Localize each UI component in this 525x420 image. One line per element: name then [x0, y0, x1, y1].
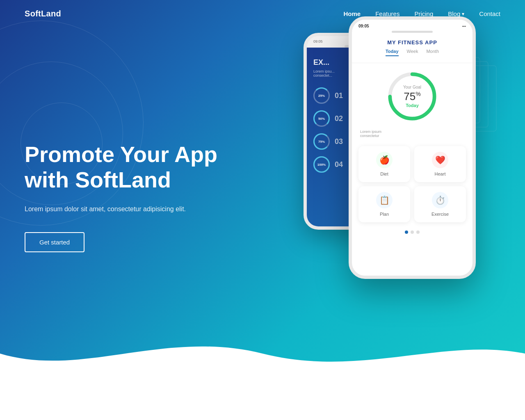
goal-inner: Your Goal 75% Today	[403, 85, 421, 108]
plan-label: Plan	[380, 212, 389, 217]
exercise-icon: ⏱️	[432, 192, 448, 208]
phones-container: 09:05 ▪▪▪ EX... Lorem ipsu... consectet.…	[304, 0, 509, 369]
progress-circle-25: 25%	[313, 87, 330, 104]
dot-2[interactable]	[411, 231, 414, 234]
progress-circle-50: 50%	[313, 110, 330, 127]
get-started-button[interactable]: Get started	[25, 232, 84, 252]
phone-tabs: Today Week Month	[352, 46, 472, 59]
nav-blog-label: Blog	[448, 10, 460, 17]
app-card-heart[interactable]: ❤️ Heart	[414, 146, 466, 182]
dot-1[interactable]	[405, 231, 408, 234]
app-card-plan[interactable]: 📋 Plan	[358, 186, 410, 222]
navbar: SoftLand Home Features Pricing Blog ▾ Co…	[0, 0, 525, 27]
app-card-diet[interactable]: 🍎 Diet	[358, 146, 410, 182]
dot-3[interactable]	[416, 231, 420, 234]
hero-subtitle: Lorem ipsum dolor sit amet, consectetur …	[25, 204, 217, 215]
phone-front-notch	[392, 31, 433, 33]
hero-content: Promote Your App with SoftLand Lorem ips…	[0, 142, 242, 253]
goal-section: Your Goal 75% Today	[352, 63, 472, 130]
phone-front: 09:05 ▪▪▪ MY FITNESS APP Today Week Mont…	[349, 16, 476, 279]
diet-label: Diet	[380, 171, 388, 176]
progress-circle-75: 75%	[313, 133, 330, 150]
heart-label: Heart	[435, 171, 446, 176]
progress-circle-100: 100%	[313, 156, 330, 173]
tab-month[interactable]: Month	[426, 49, 439, 56]
goal-today: Today	[403, 103, 421, 108]
nav-contact[interactable]: Contact	[479, 10, 500, 17]
app-card-exercise[interactable]: ⏱️ Exercise	[414, 186, 466, 222]
phone-app-title: MY FITNESS APP	[352, 39, 472, 46]
app-grid: 🍎 Diet ❤️ Heart 📋 Plan ⏱️ Exercise	[352, 143, 472, 227]
phone-app-header: MY FITNESS APP Today Week Month	[352, 35, 472, 63]
goal-label: Your Goal	[403, 85, 421, 89]
hero-section: Promote Your App with SoftLand Lorem ips…	[0, 0, 525, 369]
nav-links: Home Features Pricing Blog ▾ Contact	[344, 10, 500, 17]
exercise-label: Exercise	[431, 212, 449, 217]
goal-percentage: 75%	[403, 90, 421, 103]
tab-week[interactable]: Week	[407, 49, 418, 56]
heart-icon: ❤️	[432, 152, 448, 168]
phone-desc: Lorem ipsum consectetur	[352, 130, 472, 141]
chevron-down-icon: ▾	[462, 11, 464, 17]
plan-icon: 📋	[376, 192, 393, 208]
phone-dots	[352, 227, 472, 239]
goal-ring: Your Goal 75% Today	[386, 70, 439, 123]
hero-title: Promote Your App with SoftLand	[25, 142, 217, 192]
nav-features[interactable]: Features	[375, 10, 399, 17]
nav-pricing[interactable]: Pricing	[414, 10, 433, 17]
nav-home[interactable]: Home	[344, 10, 361, 17]
brand-logo[interactable]: SoftLand	[25, 9, 61, 18]
nav-blog[interactable]: Blog ▾	[448, 10, 464, 17]
tab-today[interactable]: Today	[386, 49, 399, 56]
diet-icon: 🍎	[376, 152, 393, 168]
